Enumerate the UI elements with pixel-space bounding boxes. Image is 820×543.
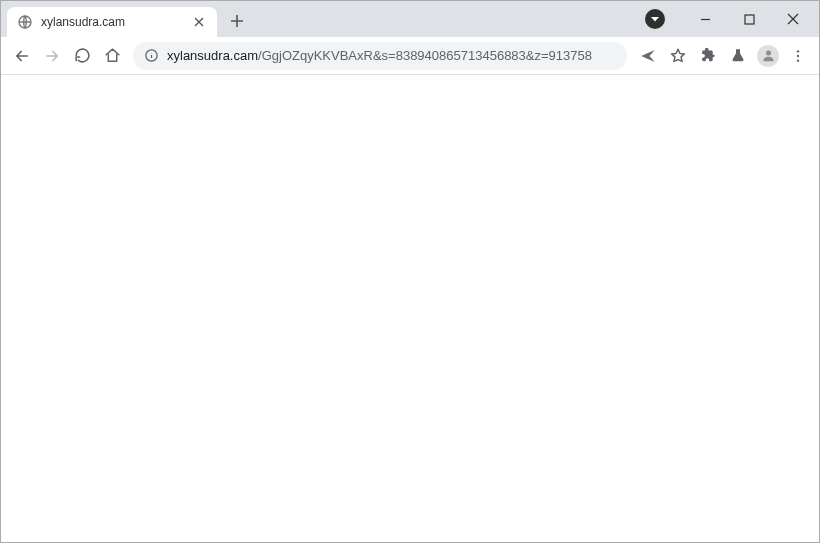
browser-toolbar: xylansudra.cam/GgjOZqyKKVBAxR&s=83894086… (1, 37, 819, 75)
back-button[interactable] (7, 41, 37, 71)
reload-button[interactable] (67, 41, 97, 71)
close-tab-button[interactable] (191, 14, 207, 30)
url-path: /GgjOZqyKKVBAxR&s=838940865713456883&z=9… (258, 48, 592, 63)
svg-rect-1 (745, 15, 754, 24)
send-icon[interactable] (633, 41, 663, 71)
home-button[interactable] (97, 41, 127, 71)
window-controls (645, 1, 819, 37)
person-icon (757, 45, 779, 67)
site-info-icon[interactable] (143, 48, 159, 64)
svg-point-4 (797, 50, 799, 52)
browser-tab[interactable]: xylansudra.cam (7, 7, 217, 37)
address-bar[interactable]: xylansudra.cam/GgjOZqyKKVBAxR&s=83894086… (133, 42, 627, 70)
tab-strip: xylansudra.cam (1, 1, 645, 37)
profile-avatar[interactable] (753, 41, 783, 71)
window-titlebar: xylansudra.cam (1, 1, 819, 37)
svg-point-5 (797, 54, 799, 56)
extensions-puzzle-icon[interactable] (693, 41, 723, 71)
globe-icon (17, 14, 33, 30)
labs-flask-icon[interactable] (723, 41, 753, 71)
bookmark-star-icon[interactable] (663, 41, 693, 71)
page-content (1, 75, 819, 542)
svg-point-3 (766, 51, 771, 56)
url-text: xylansudra.cam/GgjOZqyKKVBAxR&s=83894086… (167, 48, 617, 63)
svg-point-6 (797, 59, 799, 61)
forward-button[interactable] (37, 41, 67, 71)
minimize-button[interactable] (683, 5, 727, 33)
maximize-button[interactable] (727, 5, 771, 33)
extension-badge-icon[interactable] (645, 9, 665, 29)
close-window-button[interactable] (771, 5, 815, 33)
tab-title: xylansudra.cam (41, 15, 191, 29)
menu-button[interactable] (783, 41, 813, 71)
new-tab-button[interactable] (223, 7, 251, 35)
url-domain: xylansudra.cam (167, 48, 258, 63)
